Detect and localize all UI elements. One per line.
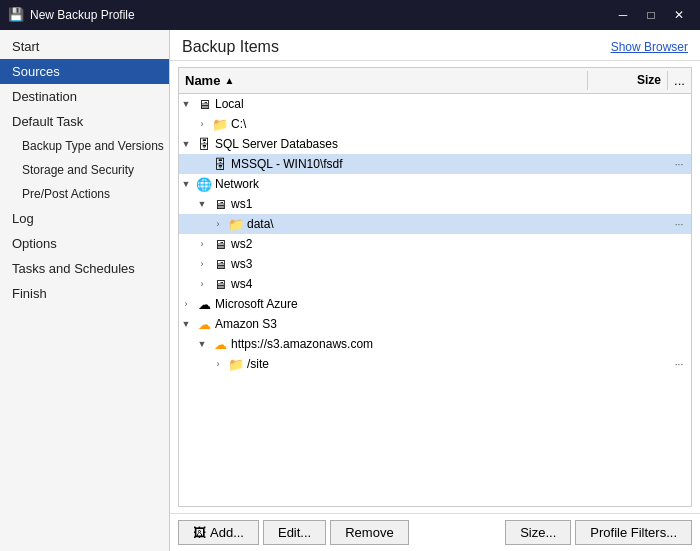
- label-ws4: ws4: [231, 277, 691, 291]
- tree-row-data[interactable]: › 📁 data\ ···: [179, 214, 691, 234]
- label-c-drive: C:\: [231, 117, 691, 131]
- window-title: New Backup Profile: [30, 8, 610, 22]
- tree-row-c-drive[interactable]: › 📁 C:\: [179, 114, 691, 134]
- content-toolbar: 🖼 Add... Edit... Remove Size... Profile …: [170, 513, 700, 551]
- s3-url-icon: ☁: [212, 336, 228, 352]
- toggle-ws3[interactable]: ›: [195, 257, 209, 271]
- show-browser-link[interactable]: Show Browser: [611, 40, 688, 54]
- remove-label: Remove: [345, 525, 393, 540]
- tree-row-azure[interactable]: › ☁ Microsoft Azure: [179, 294, 691, 314]
- network-icon: 🌐: [196, 176, 212, 192]
- size-label: Size...: [520, 525, 556, 540]
- toggle-local[interactable]: ▼: [179, 97, 193, 111]
- toggle-c-drive[interactable]: ›: [195, 117, 209, 131]
- toggle-s3-url[interactable]: ▼: [195, 337, 209, 351]
- server-icon-ws4: 🖥: [212, 276, 228, 292]
- tree-row-amazon-s3[interactable]: ▼ ☁ Amazon S3: [179, 314, 691, 334]
- toggle-network[interactable]: ▼: [179, 177, 193, 191]
- toggle-ws2[interactable]: ›: [195, 237, 209, 251]
- title-bar: 💾 New Backup Profile ─ □ ✕: [0, 0, 700, 30]
- sidebar-item-sources[interactable]: Sources: [0, 59, 169, 84]
- tree-area: Name ▲ Size ... ▼ 🖥 Local › 📁 C:\: [178, 67, 692, 507]
- label-network: Network: [215, 177, 691, 191]
- tree-header: Name ▲ Size ...: [179, 68, 691, 94]
- remove-button[interactable]: Remove: [330, 520, 408, 545]
- tree-row-ws3[interactable]: › 🖥 ws3: [179, 254, 691, 274]
- sidebar-item-tasks-schedules[interactable]: Tasks and Schedules: [0, 256, 169, 281]
- toggle-ws1[interactable]: ▼: [195, 197, 209, 211]
- label-ws3: ws3: [231, 257, 691, 271]
- tree-row-sql-server[interactable]: ▼ 🗄 SQL Server Databases: [179, 134, 691, 154]
- toggle-data[interactable]: ›: [211, 217, 225, 231]
- folder-icon-site: 📁: [228, 356, 244, 372]
- label-s3-url: https://s3.amazonaws.com: [231, 337, 691, 351]
- computer-icon: 🖥: [196, 96, 212, 112]
- server-icon-ws3: 🖥: [212, 256, 228, 272]
- add-icon: 🖼: [193, 525, 206, 540]
- profile-filters-label: Profile Filters...: [590, 525, 677, 540]
- profile-filters-button[interactable]: Profile Filters...: [575, 520, 692, 545]
- window-controls: ─ □ ✕: [610, 5, 692, 25]
- toggle-sql[interactable]: ▼: [179, 137, 193, 151]
- main-layout: Start Sources Destination Default Task B…: [0, 30, 700, 551]
- tree-row-ws4[interactable]: › 🖥 ws4: [179, 274, 691, 294]
- s3-icon: ☁: [196, 316, 212, 332]
- toggle-amazon-s3[interactable]: ▼: [179, 317, 193, 331]
- db-item-icon: 🗄: [212, 156, 228, 172]
- sidebar-item-finish[interactable]: Finish: [0, 281, 169, 306]
- data-action[interactable]: ···: [667, 219, 691, 230]
- sidebar-item-log[interactable]: Log: [0, 206, 169, 231]
- sidebar-item-destination[interactable]: Destination: [0, 84, 169, 109]
- label-ws2: ws2: [231, 237, 691, 251]
- edit-button[interactable]: Edit...: [263, 520, 326, 545]
- tree-row-ws2[interactable]: › 🖥 ws2: [179, 234, 691, 254]
- minimize-button[interactable]: ─: [610, 5, 636, 25]
- label-data: data\: [247, 217, 667, 231]
- site-action[interactable]: ···: [667, 359, 691, 370]
- maximize-button[interactable]: □: [638, 5, 664, 25]
- sidebar: Start Sources Destination Default Task B…: [0, 30, 170, 551]
- server-icon-ws2: 🖥: [212, 236, 228, 252]
- tree-header-name: Name ▲: [179, 71, 587, 90]
- label-mssql: MSSQL - WIN10\fsdf: [231, 157, 667, 171]
- add-label: Add...: [210, 525, 244, 540]
- add-button[interactable]: 🖼 Add...: [178, 520, 259, 545]
- app-icon: 💾: [8, 7, 24, 23]
- tree-row-local[interactable]: ▼ 🖥 Local: [179, 94, 691, 114]
- content-header: Backup Items Show Browser: [170, 30, 700, 61]
- folder-icon-c: 📁: [212, 116, 228, 132]
- cloud-icon: ☁: [196, 296, 212, 312]
- sidebar-item-pre-post[interactable]: Pre/Post Actions: [0, 182, 169, 206]
- tree-row-site[interactable]: › 📁 /site ···: [179, 354, 691, 374]
- label-local: Local: [215, 97, 691, 111]
- label-azure: Microsoft Azure: [215, 297, 691, 311]
- label-amazon-s3: Amazon S3: [215, 317, 691, 331]
- server-icon-ws1: 🖥: [212, 196, 228, 212]
- tree-header-more[interactable]: ...: [667, 71, 691, 90]
- sort-indicator: ▲: [224, 75, 234, 86]
- label-sql-server: SQL Server Databases: [215, 137, 691, 151]
- label-site: /site: [247, 357, 667, 371]
- tree-row-network[interactable]: ▼ 🌐 Network: [179, 174, 691, 194]
- name-label: Name: [185, 73, 220, 88]
- tree-header-size: Size: [587, 71, 667, 90]
- sidebar-item-backup-type[interactable]: Backup Type and Versions: [0, 134, 169, 158]
- folder-icon-data: 📁: [228, 216, 244, 232]
- sidebar-item-start[interactable]: Start: [0, 34, 169, 59]
- sidebar-item-options[interactable]: Options: [0, 231, 169, 256]
- toggle-azure[interactable]: ›: [179, 297, 193, 311]
- sidebar-item-storage-security[interactable]: Storage and Security: [0, 158, 169, 182]
- page-title: Backup Items: [182, 38, 279, 56]
- edit-label: Edit...: [278, 525, 311, 540]
- content-panel: Backup Items Show Browser Name ▲ Size ..…: [170, 30, 700, 551]
- size-button[interactable]: Size...: [505, 520, 571, 545]
- tree-row-s3-url[interactable]: ▼ ☁ https://s3.amazonaws.com: [179, 334, 691, 354]
- tree-row-ws1[interactable]: ▼ 🖥 ws1: [179, 194, 691, 214]
- toggle-site[interactable]: ›: [211, 357, 225, 371]
- db-icon: 🗄: [196, 136, 212, 152]
- close-button[interactable]: ✕: [666, 5, 692, 25]
- mssql-action[interactable]: ···: [667, 159, 691, 170]
- tree-row-mssql[interactable]: › 🗄 MSSQL - WIN10\fsdf ···: [179, 154, 691, 174]
- toggle-ws4[interactable]: ›: [195, 277, 209, 291]
- sidebar-item-default-task[interactable]: Default Task: [0, 109, 169, 134]
